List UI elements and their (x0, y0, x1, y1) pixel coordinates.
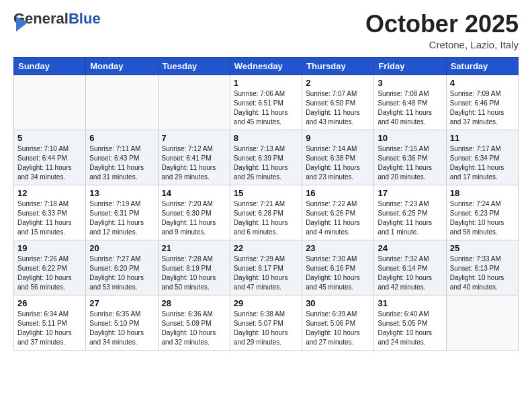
calendar-cell-w1-d6: 4Sunrise: 7:09 AMSunset: 6:46 PMDaylight… (446, 75, 518, 130)
calendar-cell-w4-d5: 24Sunrise: 7:32 AMSunset: 6:14 PMDayligh… (374, 240, 446, 295)
day-number: 21 (162, 243, 226, 253)
calendar-cell-w3-d5: 17Sunrise: 7:23 AMSunset: 6:25 PMDayligh… (374, 185, 446, 240)
day-number: 28 (162, 298, 226, 308)
calendar-cell-w1-d1 (86, 75, 158, 130)
calendar-cell-w3-d0: 12Sunrise: 7:18 AMSunset: 6:33 PMDayligh… (14, 185, 86, 240)
header-tuesday: Tuesday (158, 57, 230, 75)
calendar-cell-w5-d6 (446, 295, 518, 350)
calendar-cell-w2-d0: 5Sunrise: 7:10 AMSunset: 6:44 PMDaylight… (14, 130, 86, 185)
day-info: Sunrise: 7:28 AMSunset: 6:19 PMDaylight:… (162, 255, 226, 292)
day-info: Sunrise: 7:22 AMSunset: 6:26 PMDaylight:… (306, 199, 370, 237)
calendar-cell-w1-d0 (14, 75, 86, 130)
calendar-cell-w1-d4: 2Sunrise: 7:07 AMSunset: 6:50 PMDaylight… (302, 75, 374, 130)
calendar-cell-w4-d0: 19Sunrise: 7:26 AMSunset: 6:22 PMDayligh… (14, 240, 86, 295)
day-info: Sunrise: 6:36 AMSunset: 5:09 PMDaylight:… (162, 310, 226, 347)
title-block: October 2025 Cretone, Lazio, Italy (365, 11, 519, 50)
day-info: Sunrise: 6:34 AMSunset: 5:11 PMDaylight:… (17, 310, 82, 347)
day-number: 22 (234, 243, 298, 253)
calendar-cell-w5-d3: 29Sunrise: 6:38 AMSunset: 5:07 PMDayligh… (230, 295, 302, 350)
day-info: Sunrise: 7:32 AMSunset: 6:14 PMDaylight:… (378, 255, 442, 292)
calendar-cell-w4-d6: 25Sunrise: 7:33 AMSunset: 6:13 PMDayligh… (446, 240, 518, 295)
day-number: 27 (89, 298, 154, 308)
calendar-cell-w3-d6: 18Sunrise: 7:24 AMSunset: 6:23 PMDayligh… (446, 185, 518, 240)
header-monday: Monday (86, 57, 158, 75)
day-number: 10 (378, 133, 442, 143)
calendar-cell-w4-d4: 23Sunrise: 7:30 AMSunset: 6:16 PMDayligh… (302, 240, 374, 295)
calendar-page: GeneralBlue October 2025 Cretone, Lazio,… (0, 0, 532, 361)
day-number: 2 (306, 78, 370, 88)
day-number: 26 (17, 298, 82, 308)
day-number: 17 (378, 188, 442, 198)
calendar-cell-w2-d5: 10Sunrise: 7:15 AMSunset: 6:36 PMDayligh… (374, 130, 446, 185)
day-info: Sunrise: 7:12 AMSunset: 6:41 PMDaylight:… (162, 144, 226, 182)
calendar-cell-w5-d1: 27Sunrise: 6:35 AMSunset: 5:10 PMDayligh… (86, 295, 158, 350)
day-info: Sunrise: 7:18 AMSunset: 6:33 PMDaylight:… (17, 199, 82, 237)
day-info: Sunrise: 7:24 AMSunset: 6:23 PMDaylight:… (450, 199, 515, 237)
header-saturday: Saturday (446, 57, 518, 75)
day-info: Sunrise: 7:26 AMSunset: 6:22 PMDaylight:… (17, 255, 82, 292)
week-row-2: 5Sunrise: 7:10 AMSunset: 6:44 PMDaylight… (14, 130, 519, 185)
calendar-cell-w2-d3: 8Sunrise: 7:13 AMSunset: 6:39 PMDaylight… (230, 130, 302, 185)
calendar-table: Sunday Monday Tuesday Wednesday Thursday… (13, 57, 519, 351)
day-number: 16 (306, 188, 370, 198)
week-row-3: 12Sunrise: 7:18 AMSunset: 6:33 PMDayligh… (14, 185, 519, 240)
day-number: 3 (378, 78, 442, 88)
day-number: 9 (306, 133, 370, 143)
day-number: 12 (17, 188, 82, 198)
day-info: Sunrise: 7:09 AMSunset: 6:46 PMDaylight:… (450, 89, 515, 127)
day-number: 8 (234, 133, 298, 143)
day-number: 20 (89, 243, 154, 253)
calendar-cell-w2-d2: 7Sunrise: 7:12 AMSunset: 6:41 PMDaylight… (158, 130, 230, 185)
day-number: 18 (450, 188, 515, 198)
calendar-title: October 2025 (365, 11, 519, 38)
day-number: 30 (306, 298, 370, 308)
day-info: Sunrise: 7:10 AMSunset: 6:44 PMDaylight:… (17, 144, 82, 182)
day-info: Sunrise: 6:39 AMSunset: 5:06 PMDaylight:… (306, 310, 370, 347)
logo-icon (16, 17, 28, 32)
calendar-cell-w4-d2: 21Sunrise: 7:28 AMSunset: 6:19 PMDayligh… (158, 240, 230, 295)
day-number: 1 (234, 78, 298, 88)
day-number: 24 (378, 243, 442, 253)
day-info: Sunrise: 7:14 AMSunset: 6:38 PMDaylight:… (306, 144, 370, 182)
day-info: Sunrise: 7:30 AMSunset: 6:16 PMDaylight:… (306, 255, 370, 292)
calendar-cell-w1-d3: 1Sunrise: 7:06 AMSunset: 6:51 PMDaylight… (230, 75, 302, 130)
header: GeneralBlue October 2025 Cretone, Lazio,… (13, 11, 519, 50)
day-number: 31 (378, 298, 442, 308)
calendar-cell-w5-d2: 28Sunrise: 6:36 AMSunset: 5:09 PMDayligh… (158, 295, 230, 350)
day-number: 5 (17, 133, 82, 143)
day-number: 7 (162, 133, 226, 143)
calendar-cell-w4-d1: 20Sunrise: 7:27 AMSunset: 6:20 PMDayligh… (86, 240, 158, 295)
day-info: Sunrise: 7:15 AMSunset: 6:36 PMDaylight:… (378, 144, 442, 182)
day-info: Sunrise: 7:11 AMSunset: 6:43 PMDaylight:… (89, 144, 154, 182)
day-number: 29 (234, 298, 298, 308)
day-info: Sunrise: 7:17 AMSunset: 6:34 PMDaylight:… (450, 144, 515, 182)
calendar-cell-w3-d2: 14Sunrise: 7:20 AMSunset: 6:30 PMDayligh… (158, 185, 230, 240)
header-wednesday: Wednesday (230, 57, 302, 75)
day-number: 14 (162, 188, 226, 198)
day-info: Sunrise: 7:07 AMSunset: 6:50 PMDaylight:… (306, 89, 370, 127)
logo: GeneralBlue (13, 11, 101, 39)
day-info: Sunrise: 6:35 AMSunset: 5:10 PMDaylight:… (89, 310, 154, 347)
svg-marker-0 (16, 17, 28, 32)
header-thursday: Thursday (302, 57, 374, 75)
day-number: 4 (450, 78, 515, 88)
day-info: Sunrise: 7:23 AMSunset: 6:25 PMDaylight:… (378, 199, 442, 237)
logo-blue: Blue (69, 10, 101, 27)
calendar-cell-w4-d3: 22Sunrise: 7:29 AMSunset: 6:17 PMDayligh… (230, 240, 302, 295)
day-number: 15 (234, 188, 298, 198)
header-friday: Friday (374, 57, 446, 75)
calendar-cell-w2-d4: 9Sunrise: 7:14 AMSunset: 6:38 PMDaylight… (302, 130, 374, 185)
day-number: 23 (306, 243, 370, 253)
day-number: 13 (89, 188, 154, 198)
calendar-cell-w3-d3: 15Sunrise: 7:21 AMSunset: 6:28 PMDayligh… (230, 185, 302, 240)
calendar-cell-w2-d6: 11Sunrise: 7:17 AMSunset: 6:34 PMDayligh… (446, 130, 518, 185)
header-sunday: Sunday (14, 57, 86, 75)
day-number: 25 (450, 243, 515, 253)
calendar-cell-w5-d0: 26Sunrise: 6:34 AMSunset: 5:11 PMDayligh… (14, 295, 86, 350)
day-number: 11 (450, 133, 515, 143)
day-info: Sunrise: 7:29 AMSunset: 6:17 PMDaylight:… (234, 255, 298, 292)
calendar-cell-w3-d4: 16Sunrise: 7:22 AMSunset: 6:26 PMDayligh… (302, 185, 374, 240)
day-info: Sunrise: 7:33 AMSunset: 6:13 PMDaylight:… (450, 255, 515, 292)
day-number: 19 (17, 243, 82, 253)
day-info: Sunrise: 7:13 AMSunset: 6:39 PMDaylight:… (234, 144, 298, 182)
